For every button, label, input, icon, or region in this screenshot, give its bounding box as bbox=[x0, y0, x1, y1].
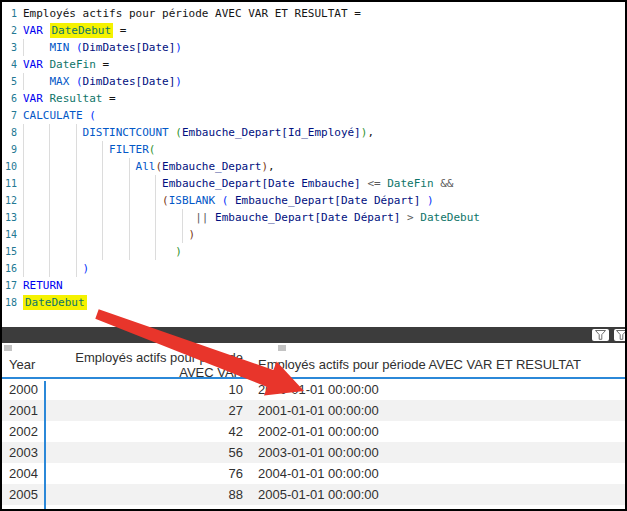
code-token: ( bbox=[89, 109, 96, 122]
code-token: ) bbox=[83, 262, 90, 275]
code-token: , bbox=[268, 160, 275, 173]
code-token: DimDates[Date] bbox=[83, 41, 176, 54]
code-line[interactable]: 3MIN (DimDates[Date]) bbox=[2, 39, 625, 56]
code-token bbox=[420, 194, 427, 207]
code-token: RETURN bbox=[23, 279, 63, 292]
funnel-filter-icon bbox=[616, 330, 627, 340]
code-token: FILTER bbox=[109, 143, 149, 156]
code-line[interactable]: 1Employés actifs pour période AVEC VAR E… bbox=[2, 5, 625, 22]
line-number: 4 bbox=[2, 56, 17, 73]
edge-cut-button[interactable] bbox=[614, 329, 627, 341]
code-token: ( bbox=[149, 143, 156, 156]
code-token: ISBLANK bbox=[169, 194, 215, 207]
code-token: ( bbox=[76, 75, 83, 88]
indent-guides bbox=[23, 141, 109, 158]
code-token: ) bbox=[427, 194, 434, 207]
line-number: 18 bbox=[2, 294, 17, 311]
code-token bbox=[228, 194, 235, 207]
code-token: Embauche_Depart[Date Départ] bbox=[215, 211, 400, 224]
code-line[interactable]: 7CALCULATE ( bbox=[2, 107, 625, 124]
code-token: && bbox=[440, 177, 453, 190]
indent-guides bbox=[23, 243, 175, 260]
code-token: > bbox=[407, 211, 414, 224]
cell: 56 bbox=[44, 445, 250, 460]
cell: 2005-01-01 00:00:00 bbox=[250, 487, 625, 502]
code-line[interactable]: 10All(Embauche_Depart), bbox=[2, 158, 625, 175]
table-toolbar bbox=[2, 327, 625, 343]
cell: 88 bbox=[44, 487, 250, 502]
table-row[interactable]: 2000102000-01-01 00:00:00 bbox=[2, 379, 625, 400]
table-row[interactable]: 2004762004-01-01 00:00:00 bbox=[2, 463, 625, 484]
code-token: ) bbox=[189, 228, 196, 241]
code-token: Embauche_Depart[Date Départ] bbox=[235, 194, 420, 207]
filter-button[interactable] bbox=[592, 329, 609, 341]
line-number: 8 bbox=[2, 124, 17, 141]
code-line[interactable]: 4VAR DateFin = bbox=[2, 56, 625, 73]
code-token: = bbox=[113, 24, 126, 37]
code-line[interactable]: 12(ISBLANK ( Embauche_Depart[Date Départ… bbox=[2, 192, 625, 209]
code-line[interactable]: 2VAR DateDebut = bbox=[2, 22, 625, 39]
code-line[interactable]: 18DateDebut bbox=[2, 294, 625, 311]
code-token: DateFin bbox=[50, 58, 96, 71]
code-token: Embauche_Depart bbox=[162, 160, 261, 173]
code-token bbox=[69, 41, 76, 54]
code-token: CALCULATE bbox=[23, 109, 83, 122]
code-token: All bbox=[136, 160, 156, 173]
line-number: 2 bbox=[2, 22, 17, 39]
line-number: 12 bbox=[2, 192, 17, 209]
line-number: 9 bbox=[2, 141, 17, 158]
code-line[interactable]: 17RETURN bbox=[2, 277, 625, 294]
line-number: 17 bbox=[2, 277, 17, 294]
resize-handle[interactable] bbox=[278, 345, 286, 351]
line-number: 13 bbox=[2, 209, 17, 226]
column-header[interactable]: Employés actifs pour période AVEC VAR bbox=[44, 350, 250, 380]
code-line[interactable]: 5MAX (DimDates[Date]) bbox=[2, 73, 625, 90]
cell: 2002 bbox=[2, 424, 44, 439]
cell: 2005 bbox=[2, 487, 44, 502]
table-row[interactable]: 2001272001-01-01 00:00:00 bbox=[2, 400, 625, 421]
indent-guides bbox=[23, 226, 189, 243]
code-token: ) bbox=[175, 41, 182, 54]
indent-guides bbox=[23, 192, 162, 209]
line-number: 7 bbox=[2, 107, 17, 124]
code-line[interactable]: 8DISTINCTCOUNT (Embauche_Depart[Id_Emplo… bbox=[2, 124, 625, 141]
cell: 2004 bbox=[2, 466, 44, 481]
indent-guides bbox=[23, 158, 136, 175]
code-token: VAR bbox=[23, 24, 43, 37]
code-token: MAX bbox=[49, 75, 69, 88]
table-row[interactable]: 2002422002-01-01 00:00:00 bbox=[2, 421, 625, 442]
funnel-filter-icon bbox=[595, 330, 606, 340]
code-line[interactable]: 9FILTER( bbox=[2, 141, 625, 158]
code-token bbox=[69, 75, 76, 88]
code-token: ( bbox=[76, 41, 83, 54]
code-line[interactable]: 15) bbox=[2, 243, 625, 260]
table-row[interactable]: 2003562003-01-01 00:00:00 bbox=[2, 442, 625, 463]
code-line[interactable]: 14) bbox=[2, 226, 625, 243]
code-token: VAR bbox=[23, 58, 43, 71]
code-token: Employés actifs pour période AVEC VAR ET… bbox=[23, 7, 361, 20]
code-token: MIN bbox=[49, 41, 69, 54]
code-line[interactable]: 11Embauche_Depart[Date Embauche] <= Date… bbox=[2, 175, 625, 192]
table-row[interactable]: 20061062006-01-01 00:00:00 bbox=[2, 505, 625, 511]
results-table: YearEmployés actifs pour période AVEC VA… bbox=[2, 352, 625, 509]
column-header[interactable]: Employés actifs pour période AVEC VAR ET… bbox=[250, 357, 625, 372]
year-column-divider bbox=[44, 381, 46, 509]
code-token: DateDebut bbox=[50, 23, 114, 38]
cell: 27 bbox=[44, 403, 250, 418]
column-header[interactable]: Year bbox=[2, 357, 44, 372]
code-token: ( bbox=[175, 126, 182, 139]
line-number: 10 bbox=[2, 158, 17, 175]
code-token: = bbox=[96, 58, 109, 71]
line-number: 5 bbox=[2, 73, 17, 90]
code-line[interactable]: 16) bbox=[2, 260, 625, 277]
code-token: = bbox=[102, 92, 115, 105]
code-token: Resultat bbox=[50, 92, 103, 105]
line-number: 3 bbox=[2, 39, 17, 56]
dax-formula-editor[interactable]: 1Employés actifs pour période AVEC VAR E… bbox=[2, 2, 625, 324]
table-row[interactable]: 2005882005-01-01 00:00:00 bbox=[2, 484, 625, 505]
code-line[interactable]: 6VAR Resultat = bbox=[2, 90, 625, 107]
resize-handle[interactable] bbox=[4, 345, 12, 351]
code-line[interactable]: 13|| Embauche_Depart[Date Départ] > Date… bbox=[2, 209, 625, 226]
code-token: <= bbox=[367, 177, 380, 190]
code-token: , bbox=[367, 126, 374, 139]
